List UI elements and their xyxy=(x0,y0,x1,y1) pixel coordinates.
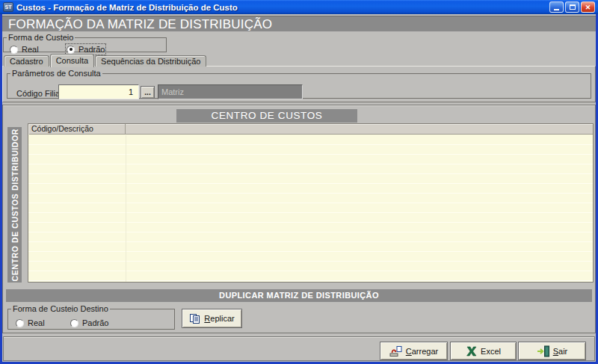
replicar-button[interactable]: Replicar xyxy=(182,309,242,328)
tab-consulta[interactable]: Consulta xyxy=(50,54,94,67)
forma-de-custeio-destino-legend: Forma de Custeio Destino xyxy=(11,304,110,313)
app-window: ST Custos - Formação de Matriz de Distri… xyxy=(0,0,598,364)
column-header-rest xyxy=(126,124,593,134)
radio-destino-padrao-label: Padrão xyxy=(82,318,108,327)
parametros-de-consulta-legend: Parâmetros de Consulta xyxy=(10,69,102,78)
grid-header-row: Código/Descrição Distribuidora xyxy=(28,124,593,135)
codigo-filial-input[interactable] xyxy=(58,84,139,99)
forma-de-custeio-group: Forma de Custeio Real Padrão xyxy=(3,33,167,52)
browse-filial-button[interactable]: ... xyxy=(141,86,155,99)
excel-button[interactable]: Excel xyxy=(450,342,517,360)
codigo-filial-label: Código Filial xyxy=(16,89,62,98)
radio-padrao-circle[interactable] xyxy=(67,46,75,54)
load-icon xyxy=(389,345,402,357)
radio-real-circle[interactable] xyxy=(10,46,18,54)
parametros-de-consulta-group: Parâmetros de Consulta Código Filial ...… xyxy=(7,69,591,99)
app-icon: ST xyxy=(3,2,13,12)
column-header-codigo-descricao-distribuidora[interactable]: Código/Descrição Distribuidora xyxy=(28,124,126,135)
carregar-button[interactable]: Carregar xyxy=(380,342,448,360)
radio-destino-padrao-circle[interactable] xyxy=(70,319,78,327)
exit-door-icon xyxy=(537,345,549,357)
filial-nome-field: Matriz xyxy=(158,84,303,99)
tab-sequencias-da-distribuicao[interactable]: Sequências da Distribuição xyxy=(95,55,206,67)
forma-de-custeio-destino-group: Forma de Custeio Destino Real Padrão xyxy=(7,304,175,330)
centro-de-custos-distribuidor-axis: CENTRO DE CUSTOS DISTRIBUIDOR xyxy=(7,127,22,283)
window-content: FORMAÇÃO DA MATRIZ DE DISTRIBUIÇÃO Forma… xyxy=(2,14,596,362)
centro-de-custos-recebedor-header: CENTRO DE CUSTOS RECEBEDOR xyxy=(176,109,357,123)
matriz-panel: CENTRO DE CUSTOS RECEBEDOR CENTRO DE CUS… xyxy=(2,105,596,333)
tab-strip: Cadastro Consulta Sequências da Distribu… xyxy=(4,53,207,67)
radio-destino-real-label: Real xyxy=(28,318,45,327)
window-title: Custos - Formação de Matriz de Distribui… xyxy=(16,3,238,12)
maximize-button[interactable] xyxy=(565,1,579,13)
minimize-button[interactable] xyxy=(549,1,564,13)
grid-column-separator xyxy=(126,135,126,282)
matriz-grid[interactable]: Código/Descrição Distribuidora xyxy=(28,123,594,283)
duplicar-matriz-header: DUPLICAR MATRIZ DE DISTRIBUIÇÃO xyxy=(6,289,592,302)
excel-label: Excel xyxy=(481,347,501,356)
sair-label-rest: air xyxy=(558,347,567,356)
titlebar: ST Custos - Formação de Matriz de Distri… xyxy=(0,0,598,14)
sair-button[interactable]: Sair xyxy=(518,342,586,360)
close-icon: ✕ xyxy=(585,4,591,11)
radio-destino-padrao[interactable]: Padrão xyxy=(70,318,108,327)
excel-icon xyxy=(466,346,477,357)
forma-de-custeio-legend: Forma de Custeio xyxy=(7,33,75,42)
close-button[interactable]: ✕ xyxy=(581,1,595,13)
centro-de-custos-distribuidor-label: CENTRO DE CUSTOS DISTRIBUIDOR xyxy=(10,129,19,281)
footer-bar: Carregar Excel Sair xyxy=(3,336,595,361)
radio-destino-real[interactable]: Real xyxy=(16,318,45,327)
radio-destino-real-circle[interactable] xyxy=(16,319,24,327)
maximize-icon xyxy=(570,4,576,10)
copy-pages-icon xyxy=(189,313,200,324)
page-title: FORMAÇÃO DA MATRIZ DE DISTRIBUIÇÃO xyxy=(2,16,596,31)
sair-label: S xyxy=(553,347,558,356)
tab-cadastro[interactable]: Cadastro xyxy=(4,55,49,67)
carregar-label: C xyxy=(406,347,412,356)
minimize-icon xyxy=(554,9,559,10)
replicar-label-rest: eplicar xyxy=(210,314,234,323)
consulta-tab-panel: Parâmetros de Consulta Código Filial ...… xyxy=(2,66,596,102)
grid-body[interactable] xyxy=(28,135,593,282)
carregar-label-rest: arregar xyxy=(412,347,438,356)
